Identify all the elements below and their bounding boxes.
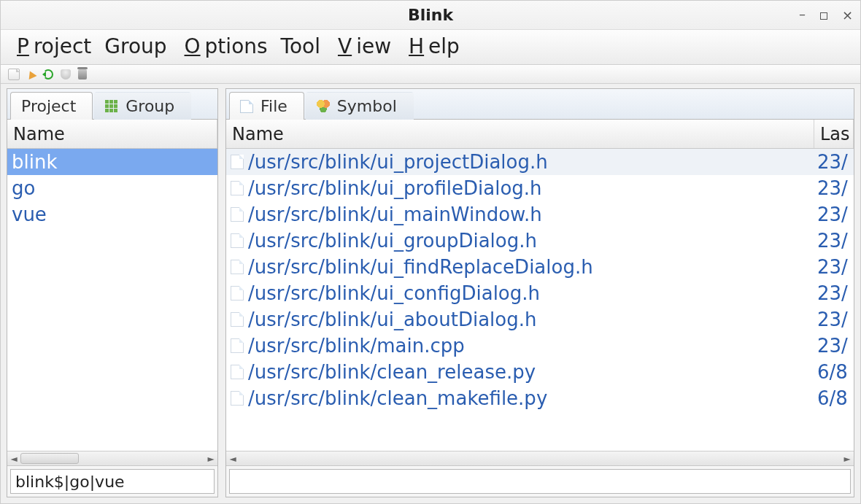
table-row[interactable]: /usr/src/blink/ui_mainWindow.h 23/ [226,201,854,228]
file-last: 23/ [814,309,854,330]
file-last: 23/ [814,203,854,225]
scroll-left-icon[interactable]: ◄ [226,451,239,465]
file-path: /usr/src/blink/ui_projectDialog.h [248,151,548,173]
new-icon[interactable] [8,69,20,80]
file-path: /usr/src/blink/ui_profileDialog.h [248,177,542,199]
file-list[interactable]: /usr/src/blink/ui_projectDialog.h 23/ /u… [226,149,854,451]
menu-options[interactable]: Options [176,34,272,58]
file-path: /usr/src/blink/ui_aboutDialog.h [248,309,536,330]
main-split: Project Group Name blink go vue ◄ ► [1,84,860,503]
menubar: Project Group Options Tool View Help [1,30,860,65]
right-col-name[interactable]: Name [226,120,814,148]
list-item[interactable]: vue [7,201,217,228]
tab-project-label: Project [21,97,76,115]
scroll-left-icon[interactable]: ◄ [7,451,20,465]
file-icon [231,365,244,379]
right-col-last[interactable]: Las [814,120,854,148]
open-icon[interactable] [26,69,36,79]
right-list-header: Name Las [226,120,854,149]
file-icon [240,100,253,113]
right-tabbar: File Symbol [226,89,854,120]
menu-help[interactable]: Help [400,34,464,58]
table-row[interactable]: /usr/src/blink/ui_profileDialog.h 23/ [226,175,854,201]
table-row[interactable]: /usr/src/blink/ui_projectDialog.h 23/ [226,149,854,175]
file-last: 23/ [814,282,854,304]
right-filter-input[interactable] [229,469,851,494]
file-path: /usr/src/blink/ui_mainWindow.h [248,203,542,225]
file-icon [231,181,244,195]
table-row[interactable]: /usr/src/blink/ui_configDialog.h 23/ [226,280,854,306]
tab-project[interactable]: Project [10,92,93,120]
left-tabbar: Project Group [7,89,217,120]
file-path: /usr/src/blink/main.cpp [248,335,465,357]
tab-symbol-label: Symbol [337,97,397,115]
tab-group[interactable]: Group [94,92,191,120]
file-icon [231,260,244,274]
list-item[interactable]: go [7,175,217,201]
file-last: 23/ [814,230,854,252]
maximize-icon[interactable] [820,12,827,20]
left-col-name[interactable]: Name [7,120,217,148]
file-path: /usr/src/blink/clean_makefile.py [248,387,547,409]
tab-file-label: File [260,97,287,115]
file-last: 23/ [814,335,854,357]
table-row[interactable]: /usr/src/blink/clean_release.py 6/8 [226,359,854,385]
tab-group-label: Group [126,97,174,115]
file-icon [231,233,244,248]
close-icon[interactable] [842,7,853,23]
left-hscrollbar[interactable]: ◄ ► [7,451,217,465]
scroll-thumb[interactable] [20,453,79,464]
project-name: go [12,177,35,199]
grid-icon [105,100,118,113]
table-row[interactable]: /usr/src/blink/ui_groupDialog.h 23/ [226,228,854,254]
right-hscrollbar[interactable]: ◄ ► [226,451,854,465]
tab-file[interactable]: File [229,92,304,120]
menu-project[interactable]: Project [8,34,96,58]
file-path: /usr/src/blink/ui_groupDialog.h [248,230,537,252]
list-item[interactable]: blink [7,149,217,175]
project-name: vue [12,203,47,225]
file-path: /usr/src/blink/clean_release.py [248,361,536,383]
file-icon [231,338,244,353]
symbol-icon [317,100,330,113]
file-last: 23/ [814,151,854,173]
left-filter-input[interactable] [10,469,215,494]
file-last: 6/8 [814,361,854,383]
file-path: /usr/src/blink/ui_configDialog.h [248,282,540,304]
file-last: 6/8 [814,387,854,409]
project-name: blink [12,151,58,173]
file-pane: File Symbol Name Las /usr/src/blink/ui_p… [225,88,854,497]
project-pane: Project Group Name blink go vue ◄ ► [7,88,218,497]
scroll-right-icon[interactable]: ► [841,451,854,465]
menu-tool[interactable]: Tool [277,34,325,58]
titlebar: Blink [1,1,860,30]
storage-icon[interactable] [61,69,71,80]
scroll-right-icon[interactable]: ► [204,451,217,465]
table-row[interactable]: /usr/src/blink/main.cpp 23/ [226,333,854,359]
table-row[interactable]: /usr/src/blink/clean_makefile.py 6/8 [226,385,854,411]
table-row[interactable]: /usr/src/blink/ui_findReplaceDialog.h 23… [226,254,854,280]
file-icon [231,391,244,406]
file-icon [231,286,244,301]
project-list[interactable]: blink go vue [7,149,217,451]
file-last: 23/ [814,256,854,278]
menu-view[interactable]: View [329,34,395,58]
table-row[interactable]: /usr/src/blink/ui_aboutDialog.h 23/ [226,306,854,333]
window-title: Blink [408,6,453,24]
minimize-icon[interactable] [799,7,806,23]
tab-symbol[interactable]: Symbol [306,92,414,120]
toolbar [1,65,860,84]
refresh-icon[interactable] [43,69,53,80]
file-icon [231,207,244,222]
trash-icon[interactable] [78,69,87,80]
file-icon [231,312,244,327]
file-path: /usr/src/blink/ui_findReplaceDialog.h [248,256,593,278]
left-list-header: Name [7,120,217,149]
file-last: 23/ [814,177,854,199]
menu-group[interactable]: Group [100,34,171,58]
file-icon [231,155,244,169]
